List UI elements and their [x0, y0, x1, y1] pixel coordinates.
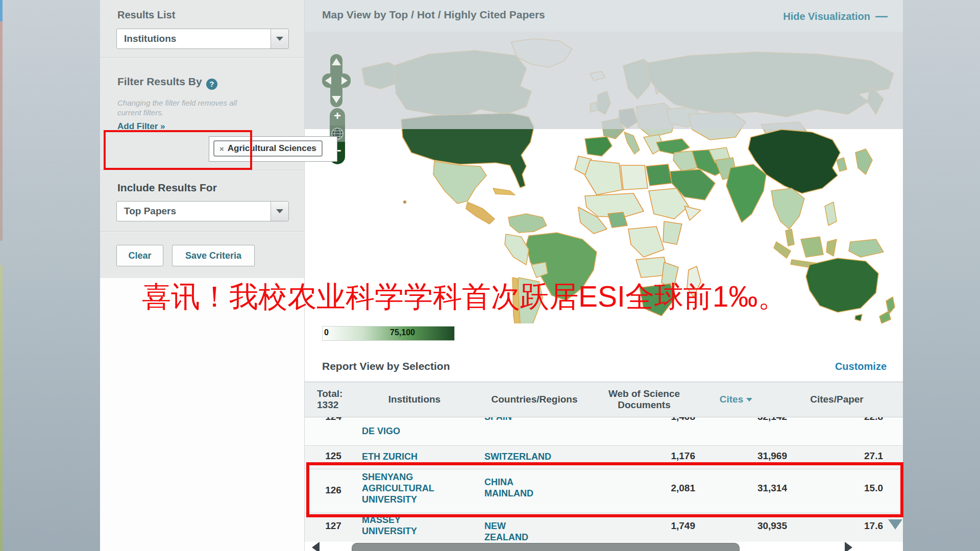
institution-link[interactable]: MASSEY UNIVERSITY	[362, 514, 448, 537]
map-header: Map View by Top / Hot / Highly Cited Pap…	[305, 0, 903, 32]
table-row[interactable]: 127 MASSEY UNIVERSITY NEW ZEALAND 1,749 …	[305, 513, 903, 542]
include-results-dropdown[interactable]: Top Papers	[116, 201, 289, 221]
total-label: Total:	[317, 388, 342, 399]
minus-icon: —	[875, 9, 888, 22]
divider	[100, 57, 304, 58]
results-list-label: Results List	[117, 9, 175, 21]
column-header-institutions[interactable]: Institutions	[371, 394, 458, 405]
filter-highlight-box	[104, 130, 252, 170]
cites-per-paper-cell: 17.6	[792, 520, 883, 532]
divider	[100, 170, 304, 171]
map-region-libya[interactable]	[621, 165, 648, 190]
map-country-japan[interactable]	[855, 149, 872, 174]
customize-link[interactable]: Customize	[835, 361, 887, 372]
map-region-new-guinea[interactable]	[849, 239, 884, 257]
column-header-cites-sorted[interactable]: Cites	[698, 394, 774, 405]
column-header-cites-per-paper[interactable]: Cites/Paper	[790, 394, 884, 405]
map-country-australia[interactable]	[806, 258, 878, 312]
results-list-value: Institutions	[124, 33, 176, 44]
legend-max-label: 75,100	[390, 328, 415, 337]
map-country-egypt[interactable]	[646, 164, 672, 186]
cites-label: Cites	[720, 394, 743, 405]
hide-visualization-label: Hide Visualization	[783, 11, 870, 22]
table-total-count: Total: 1332	[317, 388, 342, 411]
institution-link[interactable]: ETH ZURICH	[362, 451, 448, 462]
map-region-philippines[interactable]	[825, 202, 837, 226]
map-pan-control[interactable]	[322, 54, 351, 107]
rank-cell: 124	[317, 417, 350, 422]
country-cell: SWITZERLAND	[484, 451, 552, 462]
map-country-india[interactable]	[726, 164, 766, 222]
country-cell: NEW ZEALAND	[484, 520, 552, 542]
zoom-in-button[interactable]: +	[330, 108, 345, 126]
include-results-label: Include Results For	[117, 182, 217, 194]
cites-cell: 32,142	[685, 417, 787, 422]
filter-note-line1: Changing the filter field removes all	[117, 98, 237, 107]
documents-cell: 1,408	[591, 417, 695, 422]
cites-cell: 30,935	[685, 520, 787, 532]
map-color-scale-legend: 0 75,100	[322, 326, 455, 341]
results-list-dropdown[interactable]: Institutions	[116, 29, 289, 49]
map-region-hawaii[interactable]	[404, 201, 406, 204]
map-overlay-band	[305, 32, 903, 129]
documents-label-line1: Web of Science	[608, 388, 680, 399]
page: Results List Institutions Filter Results…	[0, 0, 980, 551]
announcement-text: 喜讯！我校农业科学学科首次跃居ESI全球前1‰。	[142, 278, 787, 317]
map-region-borneo[interactable]	[801, 237, 823, 257]
institution-link[interactable]: DE VIGO	[362, 425, 448, 437]
map-region-peru[interactable]	[505, 234, 529, 265]
documents-cell: 1,176	[591, 450, 695, 462]
sort-desc-icon	[746, 398, 752, 402]
map-region-central-america[interactable]	[466, 202, 495, 224]
legend-min-label: 0	[324, 328, 329, 337]
scroll-down-icon[interactable]	[888, 519, 902, 530]
horizontal-scrollbar[interactable]	[305, 542, 903, 551]
chevron-down-icon[interactable]	[271, 29, 288, 48]
map-region-algeria[interactable]	[585, 160, 622, 195]
map-region-se-asia[interactable]	[771, 188, 804, 229]
map-region-caribbean[interactable]	[493, 188, 515, 195]
filter-note: Changing the filter field removes all cu…	[117, 98, 237, 117]
map-region-korea[interactable]	[837, 158, 847, 171]
documents-cell: 1,749	[591, 520, 695, 532]
documents-label-line2: Documents	[618, 399, 670, 410]
include-results-value: Top Papers	[124, 206, 176, 217]
edge-strip-green	[0, 265, 3, 551]
map-region-malay[interactable]	[786, 229, 794, 246]
map-region-tasmania[interactable]	[855, 314, 862, 321]
map-region-congo[interactable]	[628, 227, 664, 257]
save-criteria-button[interactable]: Save Criteria	[172, 245, 255, 266]
map-country-spain[interactable]	[585, 137, 612, 156]
cites-per-paper-cell: 27.1	[792, 450, 883, 462]
column-header-countries[interactable]: Countries/Regions	[488, 394, 580, 405]
filter-results-text: Filter Results By	[117, 76, 202, 87]
country-cell: SPAIN	[484, 417, 552, 422]
scroll-right-icon[interactable]	[845, 542, 852, 551]
row-highlight-box	[306, 462, 903, 517]
total-value: 1332	[317, 399, 338, 410]
rank-cell: 125	[317, 450, 350, 462]
table-row[interactable]: 124 DE VIGO SPAIN 1,408 32,142 22.8	[305, 417, 903, 446]
cites-cell: 31,969	[685, 450, 787, 462]
filter-results-label: Filter Results By?	[117, 76, 217, 90]
map-region-new-zealand-south[interactable]	[879, 311, 891, 323]
scrollbar-thumb[interactable]	[352, 543, 740, 551]
map-region-italy[interactable]	[624, 132, 640, 154]
map-region-sulawesi[interactable]	[826, 239, 837, 256]
map-region-horn[interactable]	[684, 206, 701, 220]
table-header: Total: 1332 Institutions Countries/Regio…	[305, 382, 903, 417]
map-region-kenya[interactable]	[663, 221, 682, 244]
hide-visualization-link[interactable]: Hide Visualization—	[783, 9, 888, 23]
filter-note-line2: current filters.	[117, 108, 164, 117]
map-country-mexico[interactable]	[433, 161, 486, 204]
chevron-down-icon[interactable]	[271, 202, 288, 221]
map-region-colombia[interactable]	[508, 214, 547, 233]
column-header-documents[interactable]: Web of Science Documents	[591, 388, 698, 411]
cites-per-paper-cell: 22.8	[792, 417, 883, 422]
help-icon[interactable]: ?	[206, 79, 217, 90]
clipped-next-row-text	[362, 538, 406, 542]
clear-button[interactable]: Clear	[116, 245, 163, 266]
rank-cell: 127	[317, 520, 350, 532]
scroll-left-icon[interactable]	[312, 542, 320, 551]
map-view-title: Map View by Top / Hot / Highly Cited Pap…	[322, 9, 545, 21]
